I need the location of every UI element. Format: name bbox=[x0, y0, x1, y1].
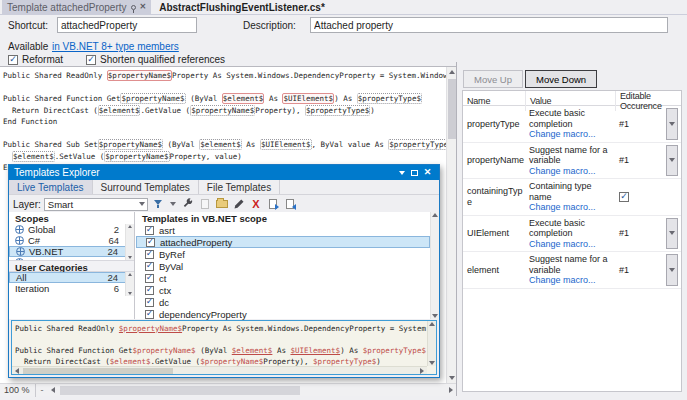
new-category-icon[interactable] bbox=[215, 197, 229, 211]
template-checkbox[interactable]: ✓ bbox=[145, 226, 154, 235]
parameter-value: Suggest name for a variableChange macro.… bbox=[525, 145, 615, 177]
scrollbar-thumb[interactable] bbox=[448, 79, 456, 139]
item-label: C# bbox=[28, 235, 95, 246]
shortcut-input[interactable] bbox=[57, 17, 197, 33]
reformat-checkbox[interactable]: ✓ bbox=[8, 55, 18, 65]
change-macro-link[interactable]: Change macro... bbox=[529, 275, 615, 286]
tab-template-attachedproperty[interactable]: Template attachedProperty ✕ bbox=[2, 0, 151, 14]
shorten-checkbox[interactable]: ✓ bbox=[86, 55, 96, 65]
templates-scrollbar[interactable] bbox=[430, 212, 439, 319]
new-template-icon[interactable] bbox=[198, 197, 212, 211]
template-checkbox[interactable]: ✓ bbox=[145, 286, 154, 295]
list-item-xml[interactable]: XML5 bbox=[9, 257, 134, 260]
template-item-ctx[interactable]: ✓ctx bbox=[136, 284, 430, 296]
templates-explorer-titlebar[interactable]: Templates Explorer ✕ bbox=[9, 165, 439, 180]
list-item-c[interactable]: C#64 bbox=[9, 235, 134, 246]
code-text: (ByVal bbox=[196, 346, 232, 355]
parameter-row[interactable]: propertyNameSuggest name for a variableC… bbox=[463, 143, 681, 180]
reformat-option[interactable]: ✓ Reformat bbox=[8, 54, 63, 65]
chevron-down-icon bbox=[669, 268, 675, 272]
scroll-down-icon[interactable] bbox=[447, 373, 457, 383]
change-macro-link[interactable]: Change macro... bbox=[529, 129, 615, 140]
editable-checkbox[interactable]: ✓ bbox=[619, 192, 629, 202]
template-item-dependencyproperty[interactable]: ✓dependencyProperty bbox=[136, 308, 430, 320]
code-text: Property), bbox=[255, 106, 305, 115]
categories-scrollbar[interactable] bbox=[125, 272, 134, 296]
template-checkbox[interactable]: ✓ bbox=[145, 274, 154, 283]
parameter-row[interactable]: UIElementExecute basic completionChange … bbox=[463, 216, 681, 253]
scrollbar-thumb[interactable] bbox=[23, 368, 173, 374]
user-categories-list[interactable]: All24Iteration6 bbox=[9, 272, 134, 296]
occurrence-value: #1 bbox=[619, 228, 629, 238]
filter-dropdown-icon[interactable] bbox=[168, 199, 178, 209]
scroll-left-icon[interactable] bbox=[12, 366, 22, 376]
close-icon[interactable]: ✕ bbox=[140, 3, 147, 11]
templates-list[interactable]: ✓asrt✓attachedProperty✓ByRef✓ByVal✓ct✓ct… bbox=[136, 224, 430, 320]
template-item-byval[interactable]: ✓ByVal bbox=[136, 260, 430, 272]
parameter-row[interactable]: propertyTypeExecute basic completionChan… bbox=[463, 106, 681, 143]
template-item-ct[interactable]: ✓ct bbox=[136, 272, 430, 284]
template-checkbox[interactable]: ✓ bbox=[145, 298, 154, 307]
scroll-right-icon[interactable] bbox=[446, 385, 456, 395]
list-item-vbnet[interactable]: VB.NET24 bbox=[9, 246, 134, 257]
macro-dropdown-button[interactable] bbox=[666, 254, 678, 286]
filter-icon[interactable] bbox=[151, 197, 165, 211]
template-checkbox[interactable]: ✓ bbox=[145, 262, 154, 271]
close-icon[interactable]: ✕ bbox=[421, 166, 434, 179]
zoom-dropdown-icon[interactable]: - bbox=[36, 385, 48, 395]
scroll-up-icon[interactable] bbox=[447, 67, 457, 77]
editor-horizontal-scrollbar[interactable] bbox=[58, 384, 446, 397]
macro-dropdown-button[interactable] bbox=[666, 108, 678, 140]
preview-vertical-scrollbar[interactable] bbox=[427, 321, 436, 366]
template-item-byref[interactable]: ✓ByRef bbox=[136, 248, 430, 260]
scopes-panel: Scopes Global2C#64VB.NET24XML5 User Cate… bbox=[9, 212, 135, 319]
template-preview-pane[interactable]: Public Shared ReadOnly $propertyName$Pro… bbox=[11, 320, 437, 375]
template-checkbox[interactable]: ✓ bbox=[146, 238, 155, 247]
move-down-button[interactable]: Move Down bbox=[525, 70, 597, 88]
scroll-right-icon[interactable] bbox=[417, 366, 427, 376]
window-menu-icon[interactable] bbox=[395, 166, 408, 179]
delete-icon[interactable]: X bbox=[249, 197, 263, 211]
description-input[interactable] bbox=[310, 17, 668, 33]
import-icon[interactable] bbox=[283, 197, 297, 211]
list-item-all[interactable]: All24 bbox=[9, 272, 134, 283]
preview-horizontal-scrollbar[interactable] bbox=[12, 366, 427, 374]
availability-link[interactable]: in VB.NET 8+ type members bbox=[52, 41, 179, 52]
macro-dropdown-button[interactable] bbox=[666, 145, 678, 177]
maximize-icon[interactable] bbox=[408, 166, 421, 179]
tab-surround-templates[interactable]: Surround Templates bbox=[93, 180, 199, 194]
move-up-button[interactable]: Move Up bbox=[463, 70, 523, 88]
shorten-option[interactable]: ✓ Shorten qualified references bbox=[86, 54, 225, 65]
scrollbar-thumb[interactable] bbox=[60, 386, 300, 395]
scroll-left-icon[interactable] bbox=[48, 385, 58, 395]
scopes-scrollbar[interactable] bbox=[125, 224, 134, 260]
zoom-level[interactable]: 100 % bbox=[0, 384, 36, 397]
layer-combobox[interactable]: Smart bbox=[44, 198, 148, 211]
editor-vertical-scrollbar[interactable] bbox=[446, 67, 456, 383]
wrench-icon[interactable] bbox=[181, 197, 195, 211]
change-macro-link[interactable]: Change macro... bbox=[529, 239, 615, 250]
template-checkbox[interactable]: ✓ bbox=[145, 250, 154, 259]
template-item-asrt[interactable]: ✓asrt bbox=[136, 224, 430, 236]
parameter-row[interactable]: elementSuggest name for a variableChange… bbox=[463, 252, 681, 289]
template-checkbox[interactable]: ✓ bbox=[145, 310, 154, 319]
tab-file-templates[interactable]: File Templates bbox=[199, 180, 280, 194]
change-macro-link[interactable]: Change macro... bbox=[529, 166, 615, 177]
list-item-iteration[interactable]: Iteration6 bbox=[9, 283, 134, 294]
scopes-list[interactable]: Global2C#64VB.NET24XML5 bbox=[9, 224, 134, 260]
tab-abstractflushingeventlistener[interactable]: AbstractFlushingEventListener.cs* bbox=[151, 0, 333, 14]
template-item-dc[interactable]: ✓dc bbox=[136, 296, 430, 308]
macro-dropdown-button[interactable] bbox=[666, 218, 678, 250]
list-item-global[interactable]: Global2 bbox=[9, 224, 134, 235]
parameter-row[interactable]: containingTypeContaining type nameChange… bbox=[463, 179, 681, 216]
edit-icon[interactable] bbox=[232, 197, 246, 211]
chevron-down-icon[interactable] bbox=[137, 199, 147, 209]
code-text: (ByVal bbox=[163, 140, 199, 149]
export-icon[interactable] bbox=[266, 197, 280, 211]
template-item-attachedproperty[interactable]: ✓attachedProperty bbox=[136, 236, 430, 248]
available-label: Available bbox=[8, 41, 48, 52]
pin-icon[interactable] bbox=[131, 5, 136, 10]
tab-live-templates[interactable]: Live Templates bbox=[9, 180, 93, 194]
change-macro-link[interactable]: Change macro... bbox=[529, 202, 615, 213]
code-text: ) bbox=[370, 106, 375, 115]
